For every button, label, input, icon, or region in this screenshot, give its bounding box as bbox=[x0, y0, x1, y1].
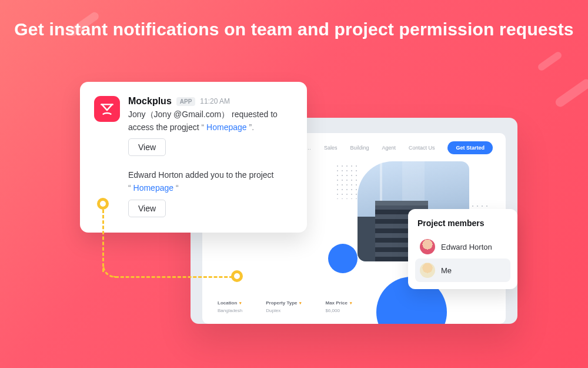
app-badge: APP bbox=[176, 97, 196, 106]
project-link[interactable]: Homepage bbox=[133, 183, 174, 193]
mockplus-logo bbox=[94, 96, 120, 122]
member-name: Me bbox=[441, 266, 452, 275]
filter-value: Duplex bbox=[266, 308, 302, 313]
nav-item[interactable]: Building bbox=[350, 145, 369, 151]
nav-item[interactable]: Agent bbox=[382, 145, 396, 151]
chevron-down-icon: ▾ bbox=[239, 301, 242, 306]
nav-item[interactable]: Contact Us bbox=[409, 145, 435, 151]
app-name: Mockplus bbox=[128, 96, 172, 107]
filter[interactable]: Location▾ Bangladesh bbox=[218, 300, 242, 313]
decoration-blob bbox=[328, 244, 358, 273]
view-button[interactable]: View bbox=[128, 200, 166, 217]
notification-message: Jony（Jony @Gmail.com） requested to acces… bbox=[128, 108, 293, 134]
nav-item[interactable]: Sales bbox=[324, 145, 338, 151]
filter-bar: Location▾ Bangladesh Property Type▾ Dupl… bbox=[218, 300, 352, 313]
project-link[interactable]: Homepage bbox=[206, 122, 247, 132]
get-started-button[interactable]: Get Started bbox=[447, 141, 493, 154]
avatar bbox=[420, 239, 435, 254]
notification-message: Edward Horton added you to the project “… bbox=[128, 169, 293, 194]
timestamp: 11:20 AM bbox=[200, 97, 230, 105]
decoration-dots bbox=[335, 164, 359, 199]
filter[interactable]: Property Type▾ Duplex bbox=[266, 300, 302, 313]
avatar bbox=[420, 263, 435, 278]
member-name: Edward Horton bbox=[441, 243, 492, 251]
member-row[interactable]: Me bbox=[415, 258, 510, 282]
filter-value: Bangladesh bbox=[218, 308, 242, 313]
filter-label: Property Type bbox=[266, 300, 297, 306]
filter-value: $6,000 bbox=[325, 308, 352, 313]
notification-card: Mockplus APP 11:20 AM Jony（Jony @Gmail.c… bbox=[80, 82, 307, 233]
filter-label: Location bbox=[218, 300, 237, 306]
members-title: Project members bbox=[415, 218, 510, 228]
view-button[interactable]: View bbox=[128, 138, 166, 156]
project-members-card: Project members Edward Horton Me bbox=[408, 209, 517, 289]
filter[interactable]: Max Price▾ $6,000 bbox=[325, 300, 352, 313]
chevron-down-icon: ▾ bbox=[299, 301, 302, 306]
chevron-down-icon: ▾ bbox=[350, 301, 352, 306]
member-row[interactable]: Edward Horton bbox=[415, 235, 510, 258]
filter-label: Max Price bbox=[325, 300, 347, 306]
